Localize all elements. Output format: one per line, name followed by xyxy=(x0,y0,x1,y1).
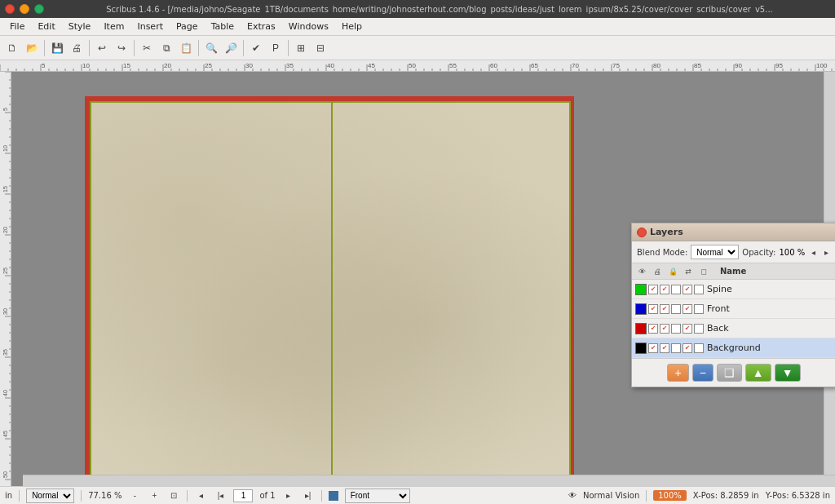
zoom-in-button[interactable]: 🔎 xyxy=(222,39,240,57)
new-button[interactable]: 🗋 xyxy=(3,39,21,57)
back-visible-check[interactable]: ✔ xyxy=(648,324,658,334)
layer-row-back[interactable]: ✔ ✔ ✔ Back xyxy=(632,319,835,338)
save-button[interactable]: 💾 xyxy=(48,39,66,57)
preflight-button[interactable]: ✔ xyxy=(247,39,265,57)
front-visible-check[interactable]: ✔ xyxy=(648,304,658,314)
paste-button[interactable]: 📋 xyxy=(177,39,195,57)
menu-edit[interactable]: Edit xyxy=(31,20,61,33)
toolbar-separator xyxy=(44,40,45,56)
layer-row-background[interactable]: ✔ ✔ ✔ Background xyxy=(632,338,835,358)
opacity-up-button[interactable]: ▸ xyxy=(821,245,831,259)
snap-button[interactable]: ⊞ xyxy=(292,39,310,57)
status-sep xyxy=(81,490,82,502)
next-page-button[interactable]: ▸ xyxy=(282,489,295,502)
spine-flow-check[interactable]: ✔ xyxy=(683,285,692,294)
opacity-down-button[interactable]: ◂ xyxy=(808,245,818,259)
print-col-icon: 🖨 xyxy=(651,265,664,278)
background-outline-check[interactable] xyxy=(694,343,704,353)
guides-button[interactable]: ⊟ xyxy=(311,39,329,57)
background-lock-check[interactable] xyxy=(671,343,681,353)
opacity-value: 100 % xyxy=(779,248,805,257)
front-print-check[interactable]: ✔ xyxy=(660,304,669,314)
menu-help[interactable]: Help xyxy=(335,20,369,33)
copy-button[interactable]: ⧉ xyxy=(157,39,175,57)
lock-col-icon: 🔒 xyxy=(666,265,679,278)
zoom-fit-button[interactable]: ⊡ xyxy=(167,489,180,502)
canvas-area[interactable]: Layers Blend Mode: Normal Opacity: 100 %… xyxy=(11,72,835,486)
front-lock-check[interactable] xyxy=(671,304,681,314)
redo-button[interactable]: ↪ xyxy=(113,39,130,57)
menu-file[interactable]: File xyxy=(3,20,31,33)
spine-lock-check[interactable] xyxy=(671,285,681,294)
spine-print-check[interactable]: ✔ xyxy=(660,285,669,294)
front-layer-name: Front xyxy=(707,303,730,314)
minimize-button[interactable] xyxy=(20,4,29,14)
first-page-button[interactable]: |◂ xyxy=(214,489,227,502)
background-flow-check[interactable]: ✔ xyxy=(683,343,692,353)
front-flow-check[interactable]: ✔ xyxy=(683,304,692,314)
layers-title: Layers xyxy=(650,227,831,237)
layer-row-spine[interactable]: ✔ ✔ ✔ Spine xyxy=(632,280,835,299)
opacity-label: Opacity: xyxy=(742,248,775,257)
page-background xyxy=(91,103,569,475)
remove-layer-button[interactable]: − xyxy=(692,364,714,382)
blend-mode-label: Blend Mode: xyxy=(637,248,687,257)
name-column-header: Name xyxy=(717,267,833,276)
close-button[interactable] xyxy=(5,4,15,14)
menu-windows[interactable]: Windows xyxy=(282,20,335,33)
maximize-button[interactable] xyxy=(34,4,44,14)
background-visible-check[interactable]: ✔ xyxy=(648,343,658,353)
undo-button[interactable]: ↩ xyxy=(93,39,111,57)
back-lock-check[interactable] xyxy=(671,324,681,334)
toolbar-separator xyxy=(288,40,289,56)
pdf-button[interactable]: P xyxy=(267,39,285,57)
statusbar: in Normal 77.16 % - + ⊡ ◂ |◂ of 1 ▸ ▸| F… xyxy=(0,486,835,504)
last-page-button[interactable]: ▸| xyxy=(302,489,315,502)
visible-col-icon: 👁 xyxy=(635,265,648,278)
zoom-dec-button[interactable]: - xyxy=(128,489,141,502)
cut-button[interactable]: ✂ xyxy=(138,39,156,57)
layers-close-button[interactable] xyxy=(637,228,647,237)
titlebar: Scribus 1.4.6 - [/media/johno/Seagate_1T… xyxy=(0,0,835,18)
blend-mode-select[interactable]: Normal xyxy=(691,245,739,259)
back-print-check[interactable]: ✔ xyxy=(660,324,669,334)
menu-item[interactable]: Item xyxy=(97,20,130,33)
front-color-swatch xyxy=(635,303,647,315)
layer-color-indicator xyxy=(329,491,338,501)
spine-visible-check[interactable]: ✔ xyxy=(648,285,658,294)
move-layer-up-button[interactable]: ▲ xyxy=(745,364,771,382)
add-layer-button[interactable]: + xyxy=(667,364,688,382)
spine-icons: ✔ ✔ ✔ xyxy=(648,285,704,294)
duplicate-layer-button[interactable]: ❑ xyxy=(717,364,742,382)
menu-insert[interactable]: Insert xyxy=(130,20,170,33)
menu-extras[interactable]: Extras xyxy=(241,20,282,33)
spine-outline-check[interactable] xyxy=(694,285,704,294)
page-number-input[interactable] xyxy=(233,489,253,502)
back-flow-check[interactable]: ✔ xyxy=(683,324,692,334)
status-sep xyxy=(646,490,647,502)
layer-row-front[interactable]: ✔ ✔ ✔ Front xyxy=(632,299,835,319)
background-print-check[interactable]: ✔ xyxy=(660,343,669,353)
horizontal-scrollbar[interactable] xyxy=(23,475,835,486)
background-color-swatch xyxy=(635,343,647,354)
move-layer-down-button[interactable]: ▼ xyxy=(775,364,801,382)
menu-table[interactable]: Table xyxy=(205,20,241,33)
layers-bottom-buttons: + − ❑ ▲ ▼ xyxy=(632,358,835,387)
background-layer-name: Background xyxy=(707,343,761,353)
back-layer-name: Back xyxy=(707,323,729,334)
active-layer-select[interactable]: Front Spine Back Background xyxy=(345,489,410,503)
menu-style[interactable]: Style xyxy=(62,20,98,33)
back-outline-check[interactable] xyxy=(694,324,704,334)
x-position: X-Pos: 8.2859 in xyxy=(693,491,759,500)
prev-page-button[interactable]: ◂ xyxy=(194,489,207,502)
zoom-mode-select[interactable]: Normal xyxy=(26,489,74,503)
toolbar: 🗋 📂 💾 🖨 ↩ ↪ ✂ ⧉ 📋 🔍 🔎 ✔ P ⊞ ⊟ xyxy=(0,36,835,60)
zoom-inc-button[interactable]: + xyxy=(148,489,161,502)
status-sep xyxy=(19,490,20,502)
print-button[interactable]: 🖨 xyxy=(68,39,86,57)
open-button[interactable]: 📂 xyxy=(23,39,41,57)
zoom-out-button[interactable]: 🔍 xyxy=(202,39,220,57)
front-outline-check[interactable] xyxy=(694,304,704,314)
layers-list: ✔ ✔ ✔ Spine ✔ ✔ ✔ xyxy=(632,280,835,358)
menu-page[interactable]: Page xyxy=(170,20,205,33)
